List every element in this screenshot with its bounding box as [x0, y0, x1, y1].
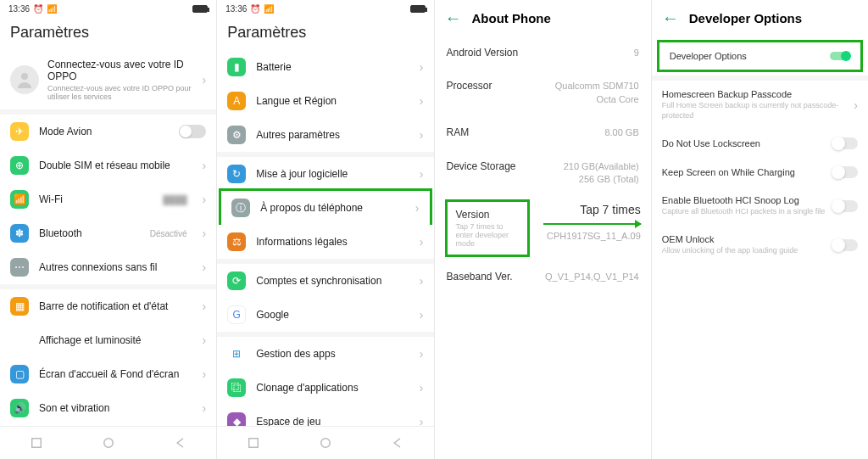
chevron-right-icon: ›	[420, 60, 424, 74]
sim-icon: ⊕	[10, 156, 29, 175]
version-row-highlight[interactable]: Version Tap 7 times to enter developer m…	[445, 199, 530, 257]
back-button[interactable]	[173, 435, 188, 451]
wifi-row[interactable]: 📶 Wi-Fi ████ ›	[0, 182, 216, 216]
account-row[interactable]: Connectez-vous avec votre ID OPPO Connec…	[0, 50, 216, 109]
info-icon: ⓘ	[231, 199, 250, 217]
notification-bar-row[interactable]: ▦ Barre de notification et d'état ›	[0, 289, 216, 323]
ram-row[interactable]: RAM 8.00 GB	[435, 116, 651, 149]
settings-panel-1: 13:36⏰📶 Paramètres Connectez-vous avec v…	[0, 0, 217, 459]
baseband-row[interactable]: Baseband Ver. Q_V1_P14,Q_V1_P14	[435, 260, 651, 294]
airplane-mode-row[interactable]: ✈ Mode Avion	[0, 115, 216, 148]
homescreen-backup-row[interactable]: Homescreen Backup Passcode Full Home Scr…	[652, 81, 868, 129]
back-arrow[interactable]: ←	[662, 8, 679, 28]
alarm-icon: ⏰	[250, 4, 260, 14]
chevron-right-icon: ›	[203, 333, 207, 347]
page-title: Paramètres	[217, 17, 433, 50]
airplane-icon: ✈	[10, 122, 29, 141]
wallpaper-row[interactable]: ▢ Écran d'accueil & Fond d'écran ›	[0, 357, 216, 391]
arrow-annotation	[543, 223, 641, 225]
game-icon: ◆	[227, 412, 246, 426]
wallpaper-icon: ▢	[10, 365, 29, 383]
app-clone-row[interactable]: ⿻ Clonage d'applications ›	[217, 371, 433, 405]
chevron-right-icon: ›	[420, 308, 424, 322]
sound-row[interactable]: 🔊 Son et vibration ›	[0, 391, 216, 425]
wifi-icon: 📶	[264, 4, 274, 14]
chevron-right-icon: ›	[203, 260, 207, 274]
apps-icon: ⊞	[227, 344, 246, 363]
software-update-row[interactable]: ↻ Mise à jour logicielle ›	[217, 157, 433, 191]
accounts-row[interactable]: ⟳ Comptes et synchronisation ›	[217, 264, 433, 298]
recents-button[interactable]	[29, 435, 44, 451]
avatar	[10, 65, 39, 94]
wifi-icon: 📶	[47, 4, 57, 14]
other-connections-row[interactable]: ⋯ Autres connexions sans fil ›	[0, 250, 216, 284]
airplane-toggle[interactable]	[179, 125, 206, 138]
bluetooth-icon: ✽	[10, 224, 29, 243]
google-row[interactable]: G Google ›	[217, 298, 433, 332]
back-button[interactable]	[390, 435, 405, 451]
wifi-value: ████	[163, 195, 186, 204]
clone-icon: ⿻	[227, 378, 246, 397]
keep-screen-toggle[interactable]	[832, 166, 858, 178]
nav-bar	[0, 426, 216, 459]
tap-annotation: Tap 7 times	[540, 203, 641, 216]
processor-row[interactable]: Processor Qualcomm SDM710 Octa Core	[435, 70, 651, 116]
legal-info-row[interactable]: ⚖ Informations légales ›	[217, 225, 433, 259]
oem-unlock-row[interactable]: OEM Unlock Allow unlocking of the app lo…	[652, 226, 868, 265]
home-button[interactable]	[101, 435, 116, 451]
display-icon: ☀	[10, 331, 29, 350]
developer-toggle-on[interactable]	[830, 52, 850, 60]
svg-rect-1	[31, 439, 41, 448]
battery-icon: ▮	[227, 58, 246, 76]
account-subtitle: Connectez-vous avec votre ID OPPO pour u…	[47, 84, 194, 101]
chevron-right-icon: ›	[420, 128, 424, 142]
chevron-right-icon: ›	[203, 299, 207, 313]
no-lockscreen-toggle[interactable]	[832, 137, 858, 149]
android-version-row[interactable]: Android Version 9	[435, 36, 651, 70]
chevron-right-icon: ›	[420, 94, 424, 108]
battery-row[interactable]: ▮ Batterie ›	[217, 50, 433, 84]
status-bar: 13:36⏰📶	[217, 0, 433, 17]
chevron-right-icon: ›	[854, 98, 858, 112]
account-title: Connectez-vous avec votre ID OPPO	[47, 59, 194, 82]
about-phone-row[interactable]: ⓘ À propos du téléphone ›	[221, 191, 429, 225]
language-row[interactable]: A Langue et Région ›	[217, 84, 433, 118]
sound-icon: 🔊	[10, 399, 29, 417]
svg-rect-3	[249, 439, 259, 448]
chevron-right-icon: ›	[420, 235, 424, 249]
chevron-right-icon: ›	[420, 274, 424, 288]
page-title: Paramètres	[0, 17, 216, 50]
dual-sim-row[interactable]: ⊕ Double SIM et réseau mobile ›	[0, 148, 216, 182]
developer-options-panel: ← Developer Options Developer Options Ho…	[652, 0, 868, 459]
home-button[interactable]	[318, 435, 333, 451]
wifi-icon: 📶	[10, 190, 29, 209]
update-icon: ↻	[227, 165, 246, 183]
bluetooth-hci-row[interactable]: Enable Bluetooth HCI Snoop Log Capture a…	[652, 187, 868, 226]
chevron-right-icon: ›	[420, 381, 424, 395]
hci-toggle[interactable]	[832, 200, 858, 212]
no-lockscreen-row[interactable]: Do Not Use Lockscreen	[652, 129, 868, 158]
developer-options-toggle-row[interactable]: Developer Options	[659, 42, 860, 70]
chevron-right-icon: ›	[203, 193, 207, 206]
oem-toggle[interactable]	[832, 239, 858, 251]
recents-button[interactable]	[246, 435, 261, 451]
page-title: About Phone	[472, 11, 551, 25]
battery-icon	[410, 5, 426, 13]
keep-screen-on-row[interactable]: Keep Screen on While Charging	[652, 158, 868, 187]
time: 13:36	[225, 4, 247, 14]
display-row[interactable]: ☀ Affichage et luminosité ›	[0, 323, 216, 357]
alarm-icon: ⏰	[33, 4, 43, 14]
chevron-right-icon: ›	[203, 401, 207, 415]
apps-management-row[interactable]: ⊞ Gestion des apps ›	[217, 337, 433, 371]
game-space-row[interactable]: ◆ Espace de jeu ›	[217, 405, 433, 426]
bluetooth-row[interactable]: ✽ Bluetooth Désactivé ›	[0, 216, 216, 250]
sync-icon: ⟳	[227, 271, 246, 290]
chevron-right-icon: ›	[203, 159, 207, 172]
chevron-right-icon: ›	[203, 227, 207, 240]
other-settings-row[interactable]: ⚙ Autres paramètres ›	[217, 118, 433, 152]
legal-icon: ⚖	[227, 232, 246, 251]
svg-point-4	[321, 439, 331, 448]
storage-row[interactable]: Device Storage 210 GB(Available) 256 GB …	[435, 150, 651, 197]
back-arrow[interactable]: ←	[445, 8, 462, 28]
about-phone-panel: ← About Phone Android Version 9 Processo…	[435, 0, 652, 459]
